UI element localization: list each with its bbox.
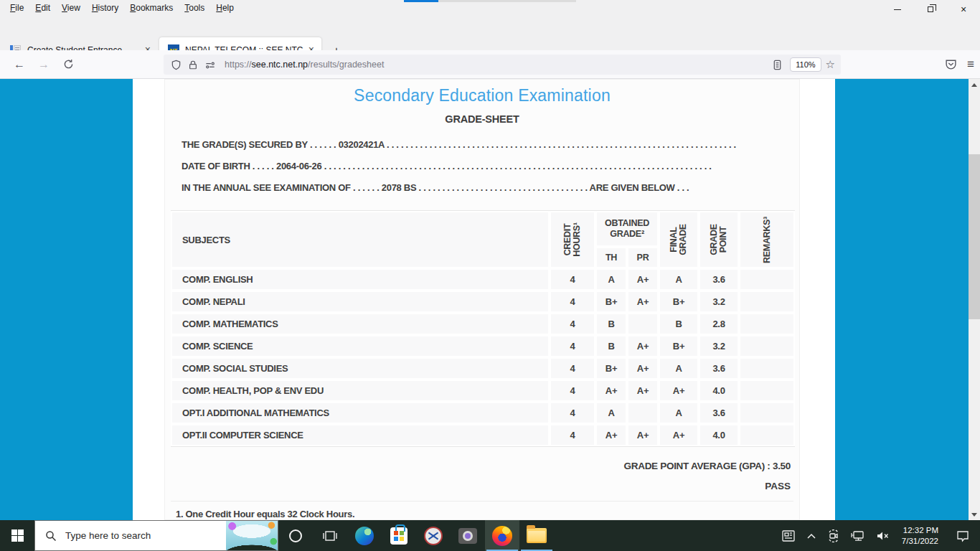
th-grade-cell: B+ xyxy=(595,357,627,380)
pr-grade-cell: A+ xyxy=(627,357,659,380)
bookmark-star-icon[interactable]: ☆ xyxy=(826,58,835,71)
reader-mode-icon[interactable] xyxy=(772,60,783,70)
search-highlights-art[interactable] xyxy=(226,521,278,550)
th-grade-cell: A+ xyxy=(595,424,627,446)
th-grade-cell: B xyxy=(595,335,627,357)
tracking-shield-icon[interactable] xyxy=(171,60,182,70)
reload-icon xyxy=(63,59,74,70)
grade-point-cell: 3.6 xyxy=(699,268,739,291)
credit-cell: 4 xyxy=(550,402,595,424)
cortana-button[interactable] xyxy=(278,520,313,551)
table-row: COMP. MATHEMATICS 4 B B 2.8 xyxy=(171,313,795,335)
scrollbar-thumb[interactable] xyxy=(969,154,980,319)
firefox-window: File Edit View History Bookmarks Tools H… xyxy=(0,0,980,551)
date-of-birth-line: DATE OF BIRTH . . . . . 2064-06-26 . . .… xyxy=(182,156,750,177)
taskbar-search[interactable]: Type here to search xyxy=(34,520,278,551)
credit-cell: 4 xyxy=(550,380,595,402)
edge-button[interactable] xyxy=(347,520,382,551)
gradesheet-heading: GRADE-SHEET xyxy=(171,113,793,125)
credit-cell: 4 xyxy=(550,357,595,380)
page-load-progress xyxy=(404,0,576,2)
grades-table: SUBJECTS CREDITHOURS¹ OBTAINED GRADE² FI… xyxy=(171,210,795,447)
firefox-taskbar-button[interactable] xyxy=(485,520,519,551)
menu-view[interactable]: View xyxy=(56,1,86,15)
task-view-button[interactable] xyxy=(313,520,347,551)
menu-edit[interactable]: Edit xyxy=(29,1,56,15)
permissions-icon[interactable] xyxy=(204,60,216,70)
file-explorer-icon xyxy=(527,528,547,543)
menu-history[interactable]: History xyxy=(86,1,124,15)
subject-cell: COMP. SCIENCE xyxy=(171,335,550,357)
final-grade-cell: B xyxy=(659,313,699,335)
start-button[interactable] xyxy=(0,520,34,551)
remarks-cell xyxy=(739,402,795,424)
final-grade-cell: A xyxy=(659,357,699,380)
action-center-button[interactable] xyxy=(946,520,980,551)
camera-button[interactable] xyxy=(451,520,485,551)
forward-button[interactable]: → xyxy=(32,54,56,75)
credit-cell: 4 xyxy=(550,313,595,335)
close-icon: × xyxy=(961,4,966,15)
menu-help[interactable]: Help xyxy=(210,1,240,15)
grade-point-cell: 3.6 xyxy=(699,402,739,424)
scroll-up-arrow[interactable] xyxy=(969,79,980,90)
menu-tools[interactable]: Tools xyxy=(179,1,210,15)
back-button[interactable]: ← xyxy=(7,54,32,75)
microsoft-store-button[interactable] xyxy=(382,520,416,551)
result-status: PASS xyxy=(171,481,793,491)
grades-secured-by-line: THE GRADE(S) SECURED BY . . . . . . 0320… xyxy=(182,134,750,156)
network-button[interactable] xyxy=(846,520,870,551)
search-icon xyxy=(45,530,57,542)
vertical-scrollbar[interactable] xyxy=(969,79,980,520)
credit-cell: 4 xyxy=(550,268,595,291)
remarks-cell xyxy=(739,357,795,380)
column-header-obtained-grade: OBTAINED GRADE² xyxy=(595,211,659,247)
reload-button[interactable] xyxy=(56,54,80,75)
url-bar[interactable]: https://see.ntc.net.np/results/gradeshee… xyxy=(164,55,841,75)
column-header-final-grade: FINALGRADE xyxy=(659,211,699,268)
th-grade-cell: A+ xyxy=(595,380,627,402)
date-label: 7/31/2022 xyxy=(902,536,938,547)
grade-point-cell: 3.2 xyxy=(699,291,739,313)
volume-button[interactable] xyxy=(870,520,895,551)
restore-icon xyxy=(928,6,933,12)
snipping-tool-icon xyxy=(424,527,443,545)
news-and-interests-button[interactable] xyxy=(776,520,801,551)
menu-file[interactable]: File xyxy=(4,1,29,15)
examination-year-line: IN THE ANNUAL SEE EXAMINATION OF . . . .… xyxy=(182,177,750,199)
meet-now-button[interactable] xyxy=(821,520,846,551)
title-bar: File Edit View History Bookmarks Tools H… xyxy=(0,0,980,16)
page-title: Secondary Education Examination xyxy=(171,86,793,105)
remarks-cell xyxy=(739,424,795,446)
app-menu-icon[interactable]: ≡ xyxy=(967,57,974,72)
column-header-pr: PR xyxy=(627,247,659,268)
lock-icon[interactable] xyxy=(188,60,198,70)
grade-point-cell: 4.0 xyxy=(699,424,739,446)
table-row: OPT.II COMPUTER SCIENCE 4 A+ A+ A+ 4.0 xyxy=(171,424,795,446)
menu-bookmarks[interactable]: Bookmarks xyxy=(124,1,179,15)
table-row: COMP. ENGLISH 4 A A+ A 3.6 xyxy=(171,268,795,291)
windows-taskbar: Type here to search xyxy=(0,520,980,551)
scroll-down-arrow[interactable] xyxy=(969,509,980,520)
final-grade-cell: B+ xyxy=(659,335,699,357)
zoom-level-button[interactable]: 110% xyxy=(790,57,821,72)
task-view-icon xyxy=(323,529,337,542)
page-container: Secondary Education Examination GRADE-SH… xyxy=(133,79,835,520)
taskbar-clock[interactable]: 12:32 PM 7/31/2022 xyxy=(895,525,946,547)
subject-cell: OPT.II COMPUTER SCIENCE xyxy=(171,424,550,446)
grade-point-cell: 3.6 xyxy=(699,357,739,380)
file-explorer-button[interactable] xyxy=(519,520,554,551)
url-text[interactable]: https://see.ntc.net.np/results/gradeshee… xyxy=(225,60,772,70)
credit-hour-footnote: 1. One Credit Hour equals 32 Clock Hours… xyxy=(176,509,793,519)
th-grade-cell: B+ xyxy=(595,291,627,313)
navigation-toolbar: ← → https://see.ntc.net.np/results/grade… xyxy=(0,50,980,79)
action-center-icon xyxy=(956,529,970,542)
pr-grade-cell: A+ xyxy=(627,380,659,402)
table-row: OPT.I ADDITIONAL MATHEMATICS 4 A A 3.6 xyxy=(171,402,795,424)
subject-cell: COMP. NEPALI xyxy=(171,291,550,313)
pocket-icon[interactable] xyxy=(945,58,957,70)
menu-bar: File Edit View History Bookmarks Tools H… xyxy=(4,0,240,16)
snipping-tool-button[interactable] xyxy=(416,520,451,551)
hidden-icons-button[interactable] xyxy=(801,520,821,551)
browser-viewport: Secondary Education Examination GRADE-SH… xyxy=(0,79,980,520)
